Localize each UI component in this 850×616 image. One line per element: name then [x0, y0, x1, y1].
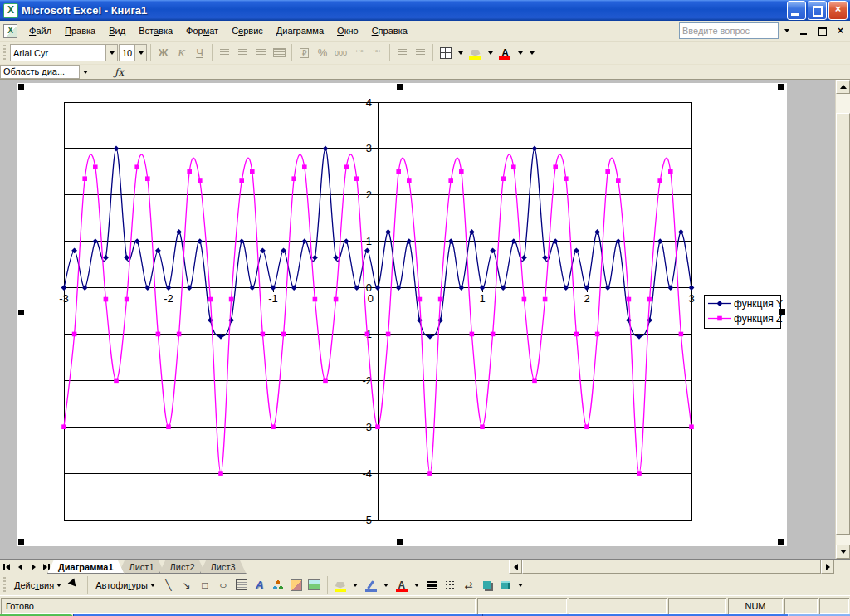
series-marker-0[interactable]: [417, 317, 423, 323]
series-marker-1[interactable]: [208, 297, 213, 302]
series-marker-1[interactable]: [522, 297, 527, 302]
name-box[interactable]: Область диа...: [0, 65, 80, 79]
series-marker-0[interactable]: [667, 285, 673, 291]
arrow-tool-button[interactable]: ↘: [178, 577, 195, 594]
series-marker-1[interactable]: [657, 178, 662, 183]
series-marker-1[interactable]: [679, 332, 684, 337]
draw-actions-menu[interactable]: Действия: [11, 577, 65, 594]
selection-handle[interactable]: [778, 539, 784, 545]
series-marker-1[interactable]: [418, 297, 423, 302]
align-right-button[interactable]: [252, 44, 270, 61]
series-marker-0[interactable]: [187, 285, 193, 291]
series-marker-1[interactable]: [344, 164, 349, 169]
next-sheet-button[interactable]: [27, 560, 40, 574]
menu-edit[interactable]: Правка: [58, 22, 102, 39]
autoshapes-menu[interactable]: Автофигуры: [92, 577, 159, 594]
chart-sheet[interactable]: -5-4-3-2-101234-3-2-10123функция Yфункци…: [17, 83, 787, 546]
selection-handle[interactable]: [18, 539, 24, 545]
series-marker-1[interactable]: [166, 424, 171, 429]
underline-button[interactable]: Ч: [191, 44, 208, 61]
menu-file[interactable]: Файл: [22, 22, 58, 39]
series-marker-1[interactable]: [281, 332, 286, 337]
series-marker-1[interactable]: [61, 424, 66, 429]
series-marker-1[interactable]: [396, 169, 401, 174]
series-marker-1[interactable]: [334, 297, 339, 302]
series-marker-1[interactable]: [271, 424, 276, 429]
series-marker-0[interactable]: [312, 255, 318, 261]
arrow-style-button[interactable]: ⇄: [461, 577, 477, 594]
series-marker-0[interactable]: [176, 229, 182, 235]
menu-insert[interactable]: Вставка: [132, 22, 179, 39]
series-marker-1[interactable]: [511, 164, 516, 169]
decrease-indent-button[interactable]: [393, 44, 411, 61]
series-marker-0[interactable]: [103, 255, 109, 261]
series-marker-0[interactable]: [155, 247, 161, 253]
series-marker-0[interactable]: [396, 285, 402, 291]
borders-dropdown[interactable]: [455, 46, 466, 61]
series-marker-1[interactable]: [261, 332, 266, 337]
series-marker-1[interactable]: [82, 176, 87, 181]
legend-label[interactable]: функция Y: [734, 298, 783, 310]
series-marker-1[interactable]: [125, 297, 129, 302]
series-marker-1[interactable]: [637, 471, 642, 476]
menu-window[interactable]: Окно: [330, 22, 365, 39]
doc-close-button[interactable]: ×: [834, 25, 847, 37]
line-style-button[interactable]: [424, 577, 441, 594]
selection-handle[interactable]: [778, 84, 784, 90]
first-sheet-button[interactable]: [0, 560, 13, 574]
series-marker-0[interactable]: [521, 255, 527, 261]
chevron-down-icon[interactable]: [134, 45, 146, 61]
chevron-down-icon[interactable]: [105, 45, 117, 61]
dash-style-button[interactable]: [442, 577, 459, 594]
series-marker-1[interactable]: [198, 178, 203, 183]
toolbar-options-button[interactable]: [526, 46, 537, 61]
series-marker-1[interactable]: [354, 176, 359, 181]
horizontal-scroll-thumb[interactable]: [522, 560, 821, 574]
series-marker-1[interactable]: [647, 297, 652, 302]
scroll-up-button[interactable]: [836, 80, 850, 94]
scroll-right-button[interactable]: [821, 560, 834, 574]
series-marker-0[interactable]: [678, 229, 684, 235]
series-marker-0[interactable]: [61, 285, 67, 291]
series-marker-0[interactable]: [333, 255, 339, 261]
draw-font-color-dropdown[interactable]: [412, 578, 423, 593]
line-color-dropdown[interactable]: [381, 578, 392, 593]
series-marker-0[interactable]: [605, 285, 611, 291]
series-marker-1[interactable]: [365, 332, 370, 337]
restore-button[interactable]: [808, 1, 827, 20]
tab-list1[interactable]: Лист1: [119, 560, 165, 574]
series-marker-1[interactable]: [438, 297, 443, 302]
menu-help[interactable]: Справка: [365, 22, 414, 39]
series-marker-0[interactable]: [594, 229, 600, 235]
select-objects-button[interactable]: [66, 577, 83, 594]
menu-tools[interactable]: Сервис: [225, 22, 270, 39]
toolbar-grip[interactable]: [3, 577, 6, 594]
draw-font-color-button[interactable]: А: [393, 577, 410, 594]
series-marker-0[interactable]: [281, 247, 286, 253]
series-marker-0[interactable]: [124, 255, 129, 261]
series-marker-1[interactable]: [93, 164, 98, 169]
series-marker-1[interactable]: [323, 379, 328, 384]
series-marker-1[interactable]: [250, 169, 255, 174]
close-button[interactable]: ×: [828, 1, 848, 20]
series-marker-1[interactable]: [532, 379, 537, 384]
series-marker-1[interactable]: [313, 297, 318, 302]
merge-center-button[interactable]: [271, 44, 288, 61]
series-marker-0[interactable]: [542, 255, 548, 261]
tab-list3[interactable]: Лист3: [200, 560, 247, 574]
series-marker-1[interactable]: [229, 297, 234, 302]
series-marker-1[interactable]: [627, 297, 632, 302]
series-marker-1[interactable]: [584, 424, 589, 429]
menu-format[interactable]: Формат: [179, 22, 225, 39]
fill-color-button[interactable]: [467, 44, 484, 61]
selection-handle[interactable]: [397, 84, 403, 90]
selection-handle[interactable]: [397, 539, 403, 545]
scroll-down-button[interactable]: [836, 545, 850, 559]
series-marker-1[interactable]: [689, 424, 694, 429]
threed-style-button[interactable]: [497, 577, 514, 594]
series-marker-1[interactable]: [668, 169, 673, 174]
series-marker-0[interactable]: [271, 285, 276, 291]
series-marker-0[interactable]: [228, 317, 234, 323]
question-dropdown-button[interactable]: [781, 23, 792, 38]
picture-button[interactable]: [306, 577, 323, 594]
